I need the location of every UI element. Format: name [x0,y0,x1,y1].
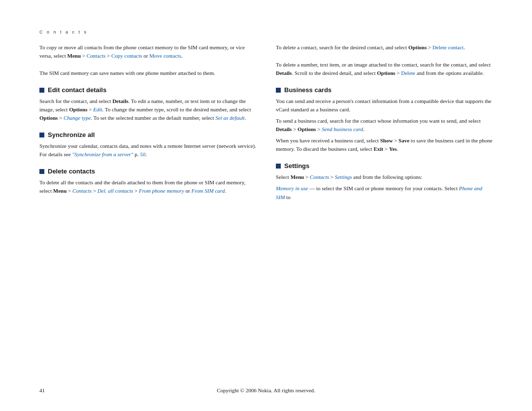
section-heading-sync: Synchronize all [39,131,256,138]
from-phone-link[interactable]: From phone memory [139,188,184,194]
section-body-bizcard: You can send and receive a person's cont… [276,97,493,153]
section-body-edit: Search for the contact, and select Detai… [39,97,256,122]
left-intro-paragraph: To copy or move all contacts from the ph… [39,43,256,60]
change-type-link[interactable]: Change type [64,115,91,121]
from-sim-link[interactable]: From SIM card [192,188,225,194]
section-bullet-delete [39,169,44,174]
section-title-delete: Delete contacts [48,168,95,175]
delete-contact-link[interactable]: Delete contact [432,44,464,50]
page-50-link[interactable]: 50 [140,151,145,157]
delete-link[interactable]: Delete [401,70,415,76]
move-contacts-link[interactable]: Move contacts [149,53,181,59]
page-number: 41 [39,387,45,393]
section-bullet-edit [39,88,44,93]
section-heading-bizcard: Business cards [276,86,493,94]
send-business-card-link[interactable]: Send business card [322,126,363,132]
page: C o n t a c t s To copy or move all cont… [0,0,532,411]
section-bullet-bizcard [276,88,281,93]
right-intro-para1: To delete a contact, search for the desi… [276,43,493,52]
section-heading-edit: Edit contact details [39,86,256,94]
sim-card-note: The SIM card memory can save names with … [39,69,256,77]
contacts-link-2[interactable]: Contacts [72,188,92,194]
copy-contacts-link[interactable]: Copy contacts [111,53,142,59]
chapter-header: C o n t a c t s [39,30,493,34]
copyright-text: Copyright © 2006 Nokia. All rights reser… [217,387,315,393]
del-all-link[interactable]: Del. all contacts [98,188,133,194]
section-bullet-sync [39,133,44,137]
contacts-settings-link[interactable]: Contacts [310,174,329,180]
right-intro-para2: To delete a number, text item, or an ima… [276,61,493,77]
section-body-delete: To delete all the contacts and the detai… [39,178,256,195]
section-heading-settings: Settings [276,162,493,170]
set-as-default-link[interactable]: Set as default [215,115,244,121]
section-heading-delete: Delete contacts [39,168,256,175]
page-footer: 41 Copyright © 2006 Nokia. All rights re… [0,387,532,393]
section-title-edit: Edit contact details [48,86,106,94]
memory-in-use-link[interactable]: Memory in use [276,185,308,191]
section-title-settings: Settings [284,162,309,170]
content-columns: To copy or move all contacts from the ph… [39,43,493,210]
section-body-sync: Synchronize your calendar, contacts data… [39,142,256,159]
contacts-link[interactable]: Contacts [87,53,106,59]
settings-link[interactable]: Settings [335,174,352,180]
edit-link[interactable]: Edit [93,106,102,112]
right-column: To delete a contact, search for the desi… [276,43,493,210]
section-title-bizcard: Business cards [284,86,332,94]
section-bullet-settings [276,164,281,169]
section-body-settings: Select Menu > Contacts > Settings and fr… [276,173,493,201]
sync-link[interactable]: "Synchronize from a server" [72,151,133,157]
section-title-sync: Synchronize all [48,131,95,138]
left-column: To copy or move all contacts from the ph… [39,43,256,210]
